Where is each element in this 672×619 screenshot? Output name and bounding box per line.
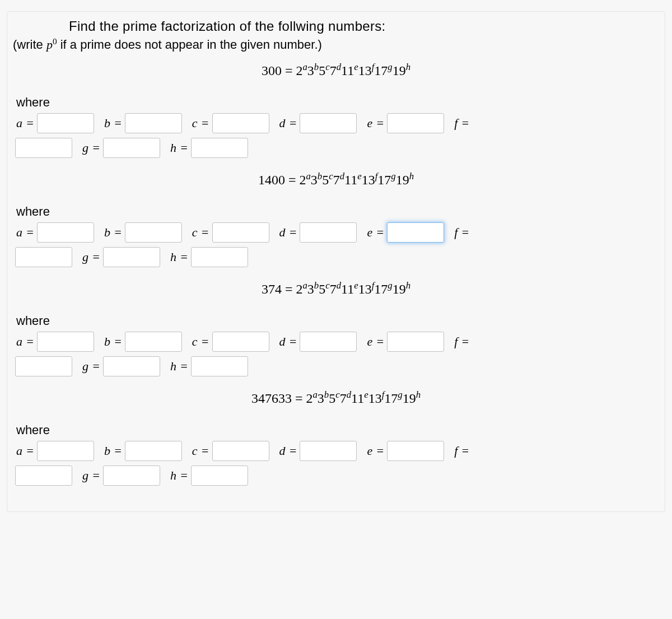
input-b[interactable] <box>125 332 182 352</box>
problem-374: 374 = 2a3b5c7d11e13f17g19hwherea =b =c =… <box>13 282 659 376</box>
instruction-line-1: Find the prime factorization of the foll… <box>69 18 659 34</box>
label-a: a = <box>16 334 34 349</box>
input-a[interactable] <box>37 113 94 133</box>
input-f[interactable] <box>15 138 72 158</box>
label-e: e = <box>367 334 384 349</box>
input-h[interactable] <box>191 247 248 267</box>
input-a[interactable] <box>37 332 94 352</box>
equation: 1400 = 2a3b5c7d11e13f17g19h <box>13 173 659 188</box>
input-e[interactable] <box>387 441 444 461</box>
exponent-row-1: a =b =c =d =e =f = <box>13 332 659 352</box>
input-g[interactable] <box>103 466 160 486</box>
label-g: g = <box>82 359 100 374</box>
label-h: h = <box>170 141 188 155</box>
input-e[interactable] <box>387 222 444 243</box>
label-e: e = <box>367 116 384 131</box>
equation: 300 = 2a3b5c7d11e13f17g19h <box>13 63 659 78</box>
label-c: c = <box>192 116 209 131</box>
instr-post: if a prime does not appear in the given … <box>57 38 322 52</box>
label-c: c = <box>192 225 209 240</box>
equation: 374 = 2a3b5c7d11e13f17g19h <box>13 282 659 297</box>
instruction-line-2: (write p0 if a prime does not appear in … <box>13 38 659 52</box>
p-symbol: p <box>46 38 53 52</box>
input-c[interactable] <box>212 441 269 461</box>
exponent-row-2: g =h = <box>13 247 659 267</box>
label-f: f = <box>454 225 469 240</box>
input-g[interactable] <box>103 356 160 376</box>
where-label: where <box>16 95 659 110</box>
input-f[interactable] <box>15 466 72 486</box>
input-f[interactable] <box>15 247 72 267</box>
instr-pre: (write <box>13 38 46 52</box>
input-d[interactable] <box>300 332 357 352</box>
label-e: e = <box>367 444 384 458</box>
input-a[interactable] <box>37 222 94 243</box>
input-h[interactable] <box>191 466 248 486</box>
input-h[interactable] <box>191 138 248 158</box>
label-a: a = <box>16 444 34 458</box>
label-c: c = <box>192 334 209 349</box>
input-g[interactable] <box>103 138 160 158</box>
where-label: where <box>16 204 659 219</box>
label-d: d = <box>279 334 297 349</box>
input-b[interactable] <box>125 113 182 133</box>
input-d[interactable] <box>300 222 357 243</box>
label-a: a = <box>16 116 34 131</box>
label-h: h = <box>170 359 188 374</box>
label-f: f = <box>454 116 469 131</box>
exponent-row-2: g =h = <box>13 466 659 486</box>
input-d[interactable] <box>300 113 357 133</box>
problem-1400: 1400 = 2a3b5c7d11e13f17g19hwherea =b =c … <box>13 173 659 267</box>
label-d: d = <box>279 444 297 458</box>
label-b: b = <box>104 444 122 458</box>
input-c[interactable] <box>212 222 269 243</box>
problem-300: 300 = 2a3b5c7d11e13f17g19hwherea =b =c =… <box>13 63 659 158</box>
input-g[interactable] <box>103 247 160 267</box>
label-h: h = <box>170 468 188 483</box>
equation: 347633 = 2a3b5c7d11e13f17g19h <box>13 391 659 406</box>
input-e[interactable] <box>387 113 444 133</box>
where-label: where <box>16 423 659 438</box>
label-b: b = <box>104 334 122 349</box>
label-d: d = <box>279 225 297 240</box>
label-d: d = <box>279 116 297 131</box>
input-a[interactable] <box>37 441 94 461</box>
input-c[interactable] <box>212 332 269 352</box>
exponent-row-2: g =h = <box>13 356 659 376</box>
label-b: b = <box>104 116 122 131</box>
exponent-row-1: a =b =c =d =e =f = <box>13 222 659 243</box>
exponent-row-1: a =b =c =d =e =f = <box>13 113 659 133</box>
input-d[interactable] <box>300 441 357 461</box>
label-g: g = <box>82 141 100 155</box>
label-e: e = <box>367 225 384 240</box>
input-e[interactable] <box>387 332 444 352</box>
label-a: a = <box>16 225 34 240</box>
input-b[interactable] <box>125 441 182 461</box>
label-g: g = <box>82 468 100 483</box>
input-b[interactable] <box>125 222 182 243</box>
label-g: g = <box>82 250 100 264</box>
input-h[interactable] <box>191 356 248 376</box>
where-label: where <box>16 314 659 328</box>
exponent-row-2: g =h = <box>13 138 659 158</box>
label-b: b = <box>104 225 122 240</box>
input-c[interactable] <box>212 113 269 133</box>
label-f: f = <box>454 444 469 458</box>
exponent-row-1: a =b =c =d =e =f = <box>13 441 659 461</box>
question-card: Find the prime factorization of the foll… <box>7 11 665 512</box>
label-h: h = <box>170 250 188 264</box>
problem-347633: 347633 = 2a3b5c7d11e13f17g19hwherea =b =… <box>13 391 659 486</box>
input-f[interactable] <box>15 356 72 376</box>
label-c: c = <box>192 444 209 458</box>
label-f: f = <box>454 334 469 349</box>
p-exponent-zero: 0 <box>53 36 57 46</box>
